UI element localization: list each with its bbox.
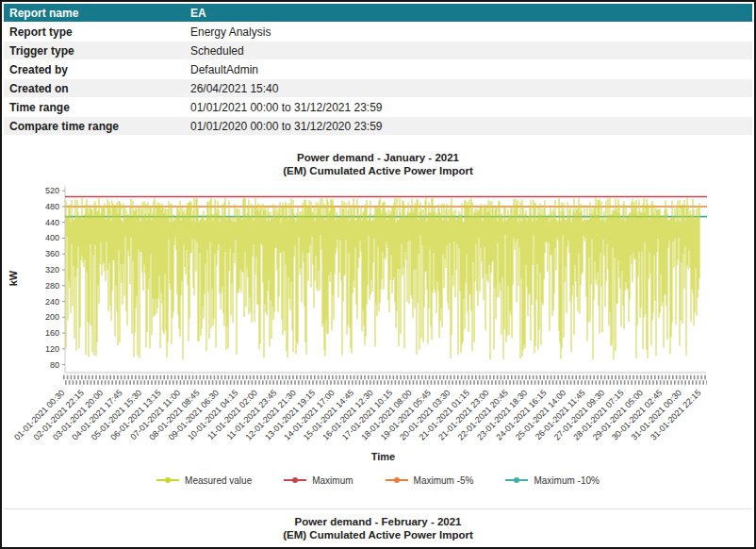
- legend-marker-icon: [394, 477, 400, 483]
- next-chart-title-block: Power demand - February - 2021 (EM) Cumu…: [4, 508, 752, 543]
- chart-legend: Measured value Maximum Maximum -5% Maxim…: [4, 472, 752, 489]
- field-value: 01/01/2021 00:00 to 31/12/2021 23:59: [185, 101, 752, 114]
- report-summary-table: Report name EA Report type Energy Analys…: [4, 4, 752, 136]
- field-label: Time range: [4, 101, 185, 114]
- field-label: Created on: [4, 82, 185, 95]
- svg-text:440: 440: [45, 218, 59, 227]
- chart-title: Power demand - January - 2021: [4, 151, 752, 164]
- table-header-row: Report name EA: [4, 4, 752, 23]
- field-label: Created by: [4, 63, 185, 76]
- maximum-10-swatch-icon: [505, 479, 528, 481]
- svg-text:520: 520: [45, 186, 59, 195]
- field-label: Compare time range: [4, 120, 185, 133]
- svg-text:240: 240: [45, 297, 59, 307]
- svg-text:kW: kW: [8, 270, 19, 286]
- next-chart-subtitle: (EM) Cumulated Active Power Import: [4, 528, 752, 541]
- svg-text:80: 80: [50, 360, 59, 370]
- legend-marker-icon: [292, 477, 298, 483]
- next-chart-title: Power demand - February - 2021: [4, 515, 752, 528]
- field-value: Scheduled: [185, 44, 752, 58]
- chart-title-block: Power demand - January - 2021 (EM) Cumul…: [4, 151, 752, 177]
- svg-text:280: 280: [45, 281, 59, 291]
- table-row: Created by DefaultAdmin: [4, 60, 752, 79]
- legend-label: Maximum -5%: [414, 475, 474, 486]
- measured-value-swatch-icon: [156, 479, 179, 481]
- legend-item-maximum-10: Maximum -10%: [505, 475, 599, 486]
- table-row: Created on 26/04/2021 15:40: [4, 79, 752, 98]
- legend-marker-icon: [514, 477, 519, 483]
- maximum-5-swatch-icon: [386, 479, 408, 481]
- svg-text:360: 360: [45, 249, 59, 258]
- svg-text:480: 480: [45, 202, 59, 211]
- legend-item-maximum-5: Maximum -5%: [386, 475, 474, 486]
- field-value: DefaultAdmin: [185, 63, 752, 76]
- field-value: Energy Analysis: [185, 25, 752, 39]
- svg-text:400: 400: [45, 233, 59, 242]
- legend-item-maximum: Maximum: [284, 475, 353, 486]
- svg-text:120: 120: [45, 344, 59, 354]
- legend-label: Maximum -10%: [534, 475, 599, 486]
- svg-text:160: 160: [45, 328, 59, 338]
- svg-text:320: 320: [45, 265, 59, 274]
- table-row: Report type Energy Analysis: [4, 23, 752, 42]
- report-page: Report name EA Report type Energy Analys…: [0, 0, 756, 549]
- svg-text:Time: Time: [371, 451, 395, 462]
- table-row: Time range 01/01/2021 00:00 to 31/12/202…: [4, 98, 752, 117]
- legend-label: Maximum: [312, 475, 353, 486]
- field-label: Trigger type: [4, 44, 185, 58]
- maximum-swatch-icon: [284, 479, 306, 481]
- table-row: Compare time range 01/01/2020 00:00 to 3…: [4, 117, 752, 136]
- table-row: Trigger type Scheduled: [4, 42, 752, 60]
- field-label: Report name: [4, 7, 185, 20]
- field-value: 01/01/2020 00:00 to 31/12/2020 23:59: [185, 120, 752, 133]
- field-label: Report type: [4, 25, 185, 39]
- legend-item-measured-value: Measured value: [156, 475, 252, 486]
- chart-subtitle: (EM) Cumulated Active Power Import: [4, 164, 752, 177]
- power-demand-chart: 80120160200240280320360400440480520kW01-…: [4, 179, 756, 470]
- field-value: EA: [185, 7, 752, 20]
- field-value: 26/04/2021 15:40: [185, 82, 752, 95]
- svg-text:200: 200: [45, 312, 59, 322]
- legend-label: Measured value: [185, 475, 252, 486]
- legend-marker-icon: [165, 477, 171, 483]
